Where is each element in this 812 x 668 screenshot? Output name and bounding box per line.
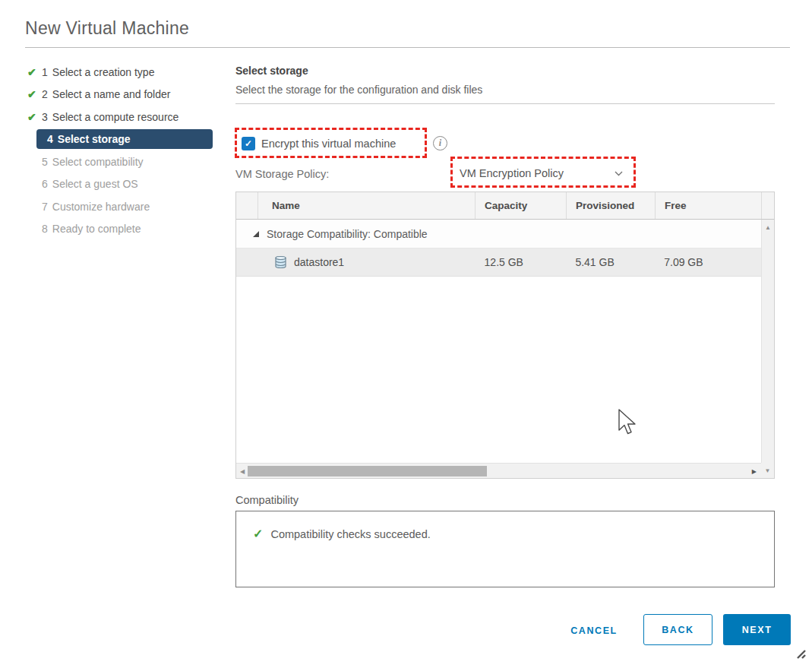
step-number: 3	[42, 111, 48, 123]
step-label: Select a compute resource	[52, 111, 179, 123]
table-header-name[interactable]: Name	[258, 192, 476, 219]
wizard-steps-sidebar: ✔ 1Select a creation type ✔ 2Select a na…	[25, 61, 223, 240]
group-expanded-triangle-icon	[253, 231, 259, 237]
table-body: Storage Compatibility: Compatible datast…	[236, 220, 761, 463]
step-number: 7	[42, 201, 48, 213]
step-number: 4	[47, 133, 53, 145]
wizard-step-1[interactable]: ✔ 1Select a creation type	[25, 61, 223, 84]
step-label: Select a guest OS	[52, 178, 138, 190]
step-number: 1	[42, 66, 48, 78]
step-label: Select storage	[58, 133, 131, 145]
step-number: 5	[42, 156, 48, 168]
step-number: 8	[42, 223, 48, 235]
next-button[interactable]: NEXT	[723, 614, 791, 645]
vm-storage-policy-label: VM Storage Policy:	[235, 168, 329, 180]
datastore-row[interactable]: datastore1 12.5 GB 5.41 GB 7.09 GB	[236, 249, 761, 277]
compatibility-message: Compatibility checks succeeded.	[270, 528, 430, 540]
policy-selected-value: VM Encryption Policy	[460, 167, 564, 179]
group-row-label: Storage Compatibility: Compatible	[267, 228, 428, 240]
step-label: Select a creation type	[52, 66, 155, 78]
datastore-name: datastore1	[294, 256, 344, 268]
wizard-step-5[interactable]: 5Select compatibility	[25, 150, 223, 173]
success-check-icon: ✓	[253, 527, 263, 541]
back-button[interactable]: BACK	[643, 614, 712, 645]
wizard-step-6[interactable]: 6Select a guest OS	[25, 173, 223, 196]
step-number: 6	[42, 178, 48, 190]
chevron-down-icon	[615, 171, 623, 176]
info-icon[interactable]: i	[433, 136, 447, 150]
new-vm-wizard-window: New Virtual Machine ✔ 1Select a creation…	[0, 0, 812, 668]
step-done-check-icon: ✔	[27, 66, 36, 78]
step-done-check-icon: ✔	[27, 88, 36, 100]
storage-compatibility-group-row[interactable]: Storage Compatibility: Compatible	[236, 220, 761, 249]
vm-storage-policy-select[interactable]: VM Encryption Policy	[460, 163, 623, 183]
step-label: Ready to complete	[52, 223, 141, 235]
window-title: New Virtual Machine	[25, 18, 189, 39]
storage-datastore-table: Name Capacity Provisioned Free Storage C…	[235, 192, 775, 479]
table-header-provisioned[interactable]: Provisioned	[567, 192, 656, 219]
table-header-free[interactable]: Free	[656, 192, 762, 219]
encrypt-vm-checkbox[interactable]: ✓	[242, 137, 255, 150]
page-title: Select storage	[235, 65, 308, 77]
wizard-step-4-active[interactable]: 4Select storage	[25, 128, 223, 151]
table-header-rowselector	[236, 192, 258, 219]
datastore-free: 7.09 GB	[655, 256, 761, 268]
scroll-up-icon[interactable]: ▲	[762, 224, 774, 231]
table-header-row: Name Capacity Provisioned Free	[236, 192, 774, 220]
horizontal-scrollbar[interactable]: ◀ ▶	[236, 463, 761, 478]
table-header-capacity[interactable]: Capacity	[476, 192, 567, 219]
encrypt-vm-label: Encrypt this virtual machine	[261, 138, 396, 150]
checkbox-check-icon: ✓	[245, 138, 252, 149]
compatibility-section-label: Compatibility	[235, 494, 299, 506]
wizard-step-3[interactable]: ✔ 3Select a compute resource	[25, 106, 223, 128]
cancel-button[interactable]: CANCEL	[565, 620, 623, 641]
vertical-scrollbar[interactable]: ▲	[761, 220, 774, 463]
step-label: Select a name and folder	[52, 88, 171, 100]
compatibility-panel: ✓ Compatibility checks succeeded.	[235, 511, 775, 587]
step-label: Select compatibility	[52, 156, 144, 168]
table-header-filler	[762, 192, 774, 219]
title-divider	[25, 47, 790, 48]
step-done-check-icon: ✔	[27, 111, 36, 123]
scroll-right-icon[interactable]: ▶	[752, 467, 757, 474]
step-label: Customize hardware	[52, 201, 150, 213]
datastore-icon	[274, 255, 287, 269]
heading-divider	[235, 103, 775, 104]
scroll-left-icon[interactable]: ◀	[240, 467, 245, 474]
resize-grip-icon[interactable]	[795, 647, 806, 659]
datastore-capacity: 12.5 GB	[476, 256, 567, 268]
page-subtitle: Select the storage for the configuration…	[235, 84, 482, 96]
wizard-step-2[interactable]: ✔ 2Select a name and folder	[25, 84, 223, 106]
horizontal-scroll-thumb[interactable]	[248, 466, 487, 476]
step-number: 2	[42, 88, 48, 100]
scroll-down-icon[interactable]: ▼	[761, 463, 774, 478]
datastore-provisioned: 5.41 GB	[566, 256, 655, 268]
wizard-step-7[interactable]: 7Customize hardware	[25, 195, 223, 218]
wizard-step-8[interactable]: 8Ready to complete	[25, 218, 223, 241]
